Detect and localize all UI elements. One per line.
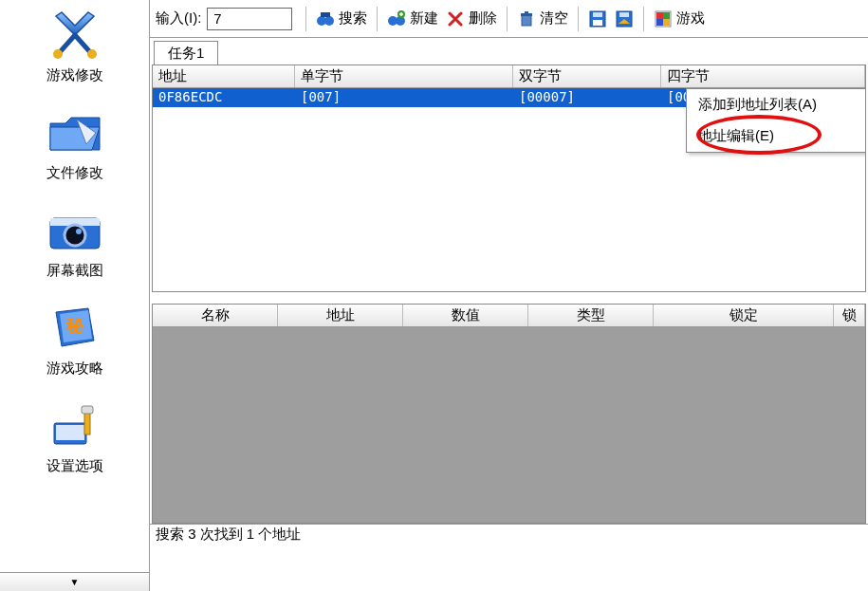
delete-x-icon <box>446 9 465 28</box>
swords-icon <box>41 6 109 65</box>
svg-rect-26 <box>656 12 663 19</box>
col-addr2[interactable]: 地址 <box>278 305 403 326</box>
search-input[interactable] <box>207 8 292 30</box>
svg-rect-22 <box>593 20 602 26</box>
input-label: 输入(I): <box>156 9 201 28</box>
col-lock2[interactable]: 锁 <box>834 305 865 326</box>
svg-rect-17 <box>522 15 531 26</box>
settings-icon <box>41 397 109 455</box>
book-icon: 秘 <box>41 299 109 358</box>
disk-icon <box>588 9 607 28</box>
col-name[interactable]: 名称 <box>153 305 278 326</box>
cell-byte: [007] <box>295 88 513 107</box>
col-word[interactable]: 双字节 <box>513 65 661 87</box>
sidebar-item-label: 游戏攻略 <box>46 360 103 378</box>
results-header: 地址 单字节 双字节 四字节 <box>153 65 865 88</box>
game-button[interactable]: 游戏 <box>650 5 709 33</box>
folder-icon <box>41 103 109 162</box>
svg-rect-8 <box>56 425 84 440</box>
svg-rect-27 <box>663 12 670 19</box>
save-button[interactable] <box>584 5 611 33</box>
svg-point-0 <box>53 49 63 59</box>
sidebar-item-game-modify[interactable]: 游戏修改 <box>0 6 149 84</box>
svg-point-1 <box>87 49 97 59</box>
game-icon <box>654 9 673 28</box>
svg-rect-13 <box>321 12 330 17</box>
ctx-edit-address[interactable]: 地址编辑(E) <box>687 120 865 152</box>
results-table: 地址 单字节 双字节 四字节 0F86ECDC [007] [00007] [0… <box>152 65 866 292</box>
sidebar: 游戏修改 文件修改 屏幕截图 <box>0 0 150 591</box>
svg-rect-28 <box>656 19 663 26</box>
delete-button[interactable]: 删除 <box>442 5 501 33</box>
cell-word: [00007] <box>513 88 661 107</box>
sidebar-item-label: 设置选项 <box>46 457 103 475</box>
tab-task1[interactable]: 任务1 <box>154 41 218 65</box>
col-type[interactable]: 类型 <box>528 305 654 326</box>
svg-rect-24 <box>619 12 629 17</box>
address-list-header: 名称 地址 数值 类型 锁定 锁 <box>153 305 865 327</box>
col-dword[interactable]: 四字节 <box>661 65 865 87</box>
toolbar: 输入(I): 搜索 新建 删除 <box>150 0 868 38</box>
status-text: 搜索 3 次找到 1 个地址 <box>156 526 301 544</box>
status-bar: 搜索 3 次找到 1 个地址 <box>150 524 868 545</box>
svg-rect-21 <box>593 12 602 17</box>
trash-icon <box>517 9 536 28</box>
address-list-body[interactable] <box>153 327 865 523</box>
sidebar-item-file-modify[interactable]: 文件修改 <box>0 103 149 182</box>
sidebar-item-screenshot[interactable]: 屏幕截图 <box>0 201 149 280</box>
ctx-add-to-list[interactable]: 添加到地址列表(A) <box>687 89 865 120</box>
sidebar-expand-button[interactable]: ▼ <box>0 572 149 591</box>
svg-rect-18 <box>521 13 532 16</box>
context-menu: 添加到地址列表(A) 地址编辑(E) <box>686 88 866 153</box>
sidebar-item-label: 游戏修改 <box>46 66 103 84</box>
col-lock[interactable]: 锁定 <box>654 305 834 326</box>
binoculars-plus-icon <box>387 9 406 28</box>
open-button[interactable] <box>611 5 637 33</box>
new-button[interactable]: 新建 <box>383 5 442 33</box>
disk-open-icon <box>615 9 634 28</box>
sidebar-item-label: 屏幕截图 <box>46 262 103 280</box>
cell-address: 0F86ECDC <box>153 88 295 107</box>
main-area: 输入(I): 搜索 新建 删除 <box>150 0 868 591</box>
col-address[interactable]: 地址 <box>153 65 295 87</box>
sidebar-item-label: 文件修改 <box>46 164 103 182</box>
col-byte[interactable]: 单字节 <box>295 65 513 87</box>
sidebar-item-settings[interactable]: 设置选项 <box>0 397 149 475</box>
svg-rect-10 <box>82 406 93 414</box>
svg-text:秘: 秘 <box>65 316 84 335</box>
camera-icon <box>41 201 109 260</box>
svg-point-5 <box>76 229 82 234</box>
svg-rect-29 <box>663 19 670 26</box>
svg-rect-19 <box>525 11 528 13</box>
clear-button[interactable]: 清空 <box>513 5 572 33</box>
binoculars-icon <box>316 9 335 28</box>
svg-point-4 <box>65 225 85 246</box>
address-list-table: 名称 地址 数值 类型 锁定 锁 <box>152 304 866 524</box>
search-button[interactable]: 搜索 <box>312 5 371 33</box>
col-value[interactable]: 数值 <box>403 305 528 326</box>
tab-bar: 任务1 <box>150 38 868 65</box>
svg-point-12 <box>324 16 334 26</box>
sidebar-item-strategy[interactable]: 秘 游戏攻略 <box>0 299 149 378</box>
